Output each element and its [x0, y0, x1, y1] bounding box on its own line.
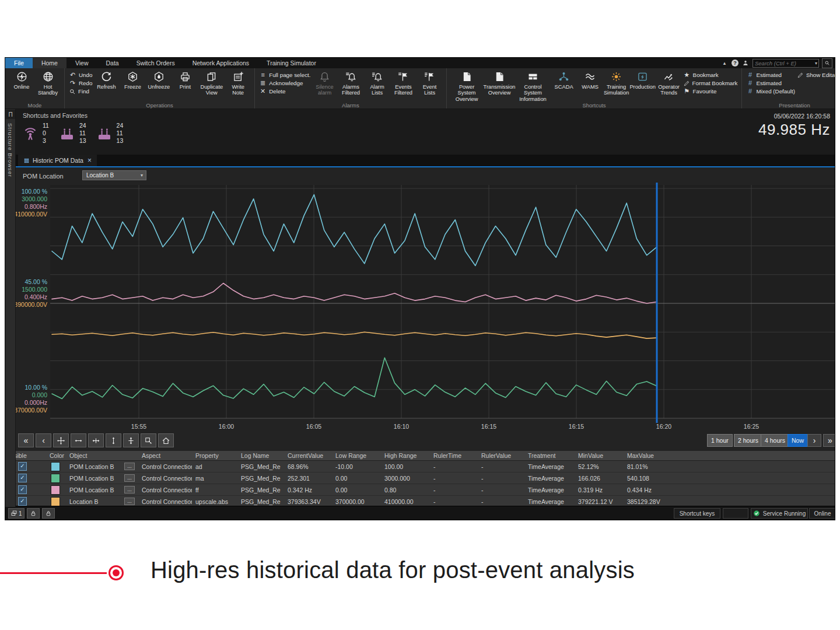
menu-training-simulator[interactable]: Training Simulator [258, 58, 325, 68]
ribbon-button-operator-trends[interactable]: Operator Trends [657, 70, 681, 97]
search-button[interactable] [822, 58, 832, 68]
step-forward-button[interactable]: › [807, 434, 821, 447]
ribbon-button-unfreeze[interactable]: Unfreeze [146, 70, 171, 90]
range-1-hour-button[interactable]: 1 hour [707, 434, 733, 447]
column-header-currentvalue[interactable]: CurrentValue [284, 452, 332, 459]
object-picker-button[interactable]: ... [124, 498, 135, 505]
table-row[interactable]: ✓POM Location B...Control ConnectionffPS… [5, 484, 835, 496]
ribbon-button-control-system-information[interactable]: Control System Information [516, 70, 550, 103]
visible-checkbox[interactable]: ✓ [18, 474, 27, 482]
ribbon-button-print[interactable]: Print [173, 70, 197, 90]
ribbon-button-online[interactable]: Online [9, 70, 34, 90]
column-header-rulertime[interactable]: RulerTime [430, 452, 478, 459]
ribbon-button-power-system-overview[interactable]: Power System Overview [451, 70, 483, 103]
menu-view[interactable]: View [66, 58, 97, 68]
windows-button[interactable]: 1 [8, 508, 24, 519]
nav-pan-button[interactable] [53, 433, 69, 447]
menu-home[interactable]: Home [33, 58, 66, 68]
status-shortcut-keys[interactable]: Shortcut keys [674, 508, 720, 519]
menu-network-applications[interactable]: Network Applications [184, 58, 258, 68]
ribbon-button-training-simulation[interactable]: Training Simulation [604, 70, 629, 97]
structure-browser-sidebar[interactable]: Π Structure Browser [5, 109, 16, 507]
nav-fit-horizontal-button[interactable] [88, 433, 104, 447]
column-header-aspect[interactable]: Aspect [138, 452, 192, 459]
nav-zoom-vertical-button[interactable] [106, 433, 121, 447]
visible-checkbox[interactable]: ✓ [18, 485, 27, 494]
search-input[interactable] [753, 60, 809, 66]
ribbon-item-find[interactable]: Find [69, 88, 92, 95]
column-header-low-range[interactable]: Low Range [332, 452, 381, 459]
ribbon-button-freeze[interactable]: Freeze [120, 70, 145, 90]
ribbon-button-transmission-overview[interactable]: Transmission Overview [485, 70, 514, 97]
ribbon-button-hot-standby[interactable]: Hot Standby [36, 70, 60, 97]
color-swatch[interactable] [51, 485, 60, 495]
column-header-minvalue[interactable]: MinValue [575, 452, 624, 459]
ribbon-button-production[interactable]: Production [631, 70, 655, 90]
ribbon-item-delete[interactable]: ✕Delete [259, 88, 310, 95]
range-2-hours-button[interactable]: 2 hours [734, 434, 762, 447]
ribbon-button-scada[interactable]: SCADA [552, 70, 576, 90]
color-swatch[interactable] [51, 497, 60, 506]
object-picker-button[interactable]: ... [124, 474, 135, 482]
color-swatch[interactable] [51, 474, 60, 483]
status-online[interactable]: Online [809, 508, 835, 519]
column-header-rulervalue[interactable]: RulerValue [478, 452, 524, 459]
nav-step-back-button[interactable]: ‹ [36, 433, 51, 447]
visible-checkbox[interactable]: ✓ [18, 462, 27, 471]
range-now-button[interactable]: Now [788, 434, 808, 447]
column-header-treatment[interactable]: Treatment [524, 452, 575, 459]
object-picker-button[interactable]: ... [124, 463, 135, 470]
nav-jump-first-button[interactable]: « [18, 433, 34, 447]
ribbon-item-format-bookmark[interactable]: Format Bookmark [683, 79, 738, 87]
lock-button-2[interactable] [42, 508, 55, 519]
ribbon-button-wams[interactable]: WAMS [578, 70, 603, 90]
color-swatch[interactable] [51, 462, 60, 471]
jump-last-button[interactable]: » [823, 434, 835, 447]
ribbon-button-refresh[interactable]: Refresh [94, 70, 118, 90]
ribbon-button-alarms-filtered[interactable]: Alarms Filtered [339, 70, 363, 97]
ribbon-item-acknowledge[interactable]: ≣Acknowledge [259, 79, 310, 87]
menu-file[interactable]: File [5, 58, 33, 68]
tab-historic-pom-data[interactable]: Historic POM Data × [18, 155, 97, 166]
column-header-property[interactable]: Property [192, 452, 237, 459]
ribbon-item-full-page-select[interactable]: ≡Full page select. [259, 71, 310, 79]
object-picker-button[interactable]: ... [124, 486, 135, 494]
favorite-shortcut-1[interactable]: 1103 [22, 122, 49, 145]
search-dropdown-icon[interactable]: ▾ [815, 61, 817, 66]
nav-fit-vertical-button[interactable] [123, 433, 139, 447]
column-header-log-name[interactable]: Log Name [237, 452, 284, 459]
ribbon-button-event-lists[interactable]: Event Lists [418, 70, 442, 97]
nav-reset-view-button[interactable] [158, 433, 174, 447]
ribbon-item-undo[interactable]: ↶Undo [69, 71, 92, 79]
column-header-maxvalue[interactable]: MaxValue [624, 452, 676, 459]
ribbon-button-alarm-lists[interactable]: Alarm Lists [365, 70, 390, 97]
ribbon-item-redo[interactable]: ↷Redo [69, 79, 92, 87]
user-icon[interactable] [741, 60, 750, 66]
ribbon-button-write-note[interactable]: Write Note [226, 70, 250, 97]
collapse-ribbon-icon[interactable]: ▴ [720, 60, 729, 66]
column-header-object[interactable]: Object [66, 452, 124, 459]
ribbon-item-estimated[interactable]: #Estimated [746, 71, 794, 79]
ribbon-item-show-editable[interactable]: Show Editable [797, 71, 835, 79]
ribbon-button-events-filtered[interactable]: Events Filtered [391, 70, 416, 97]
column-header-high-range[interactable]: High Range [381, 452, 430, 459]
nav-zoom-box-button[interactable] [141, 433, 156, 447]
ribbon-item-estimated[interactable]: #Estimated [746, 79, 794, 87]
favorite-shortcut-2[interactable]: 241113 [58, 122, 86, 145]
menu-switch-orders[interactable]: Switch Orders [128, 58, 184, 68]
ribbon-button-silence-alarm[interactable]: Silence alarm [313, 70, 337, 97]
lock-button-1[interactable] [27, 508, 40, 519]
help-icon[interactable]: ? [732, 60, 738, 66]
close-icon[interactable]: × [88, 158, 92, 163]
nav-zoom-horizontal-button[interactable] [71, 433, 86, 447]
ribbon-item-bookmark[interactable]: ★Bookmark [683, 71, 738, 79]
range-4-hours-button[interactable]: 4 hours [761, 434, 789, 447]
ribbon-button-duplicate-view[interactable]: Duplicate View [199, 70, 224, 97]
ribbon-item-mixed-default[interactable]: #Mixed (Default) [746, 88, 794, 95]
table-row[interactable]: ✓POM Location B...Control ConnectionmaPS… [5, 473, 835, 484]
column-header-color[interactable]: Color [46, 452, 66, 459]
status-service-running[interactable]: Service Running [751, 508, 808, 519]
favorite-shortcut-3[interactable]: 241113 [96, 122, 124, 145]
ribbon-item-favourite[interactable]: ⚑Favourite [683, 88, 738, 95]
visible-checkbox[interactable]: ✓ [18, 497, 27, 506]
